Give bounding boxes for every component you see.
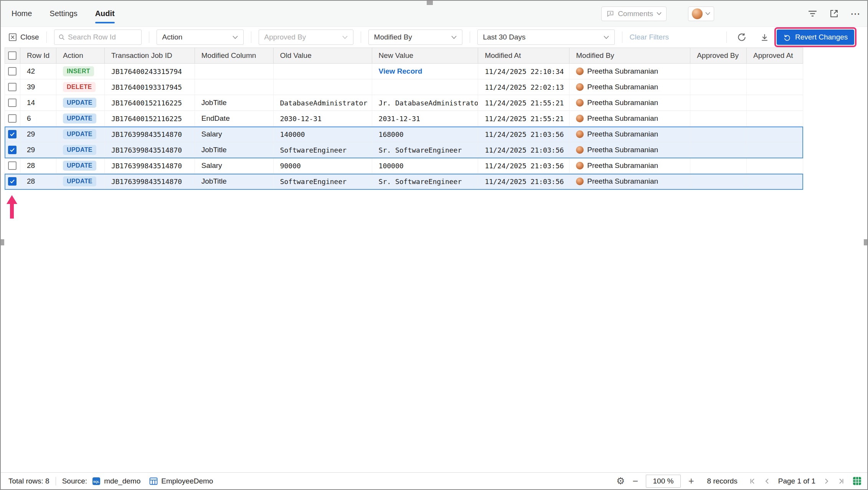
first-page-icon[interactable] bbox=[749, 478, 756, 485]
approved-by-cell bbox=[690, 111, 747, 126]
column-header-modified-at[interactable]: Modified At bbox=[478, 48, 569, 63]
divider bbox=[251, 31, 251, 43]
tab-home[interactable]: Home bbox=[12, 1, 32, 27]
row-checkbox[interactable] bbox=[8, 67, 17, 76]
user-avatar-icon bbox=[576, 178, 584, 185]
audit-table: Row Id Action Transaction Job ID Modifie… bbox=[5, 48, 803, 189]
column-header-old-value[interactable]: Old Value bbox=[274, 48, 372, 63]
spreadsheet-icon[interactable] bbox=[852, 476, 862, 486]
user-menu-button[interactable] bbox=[688, 7, 714, 21]
app-window: Home Settings Audit Comments bbox=[0, 0, 868, 490]
view-record-link[interactable]: View Record bbox=[379, 67, 422, 76]
chevron-down-icon bbox=[342, 36, 348, 39]
row-select-cell bbox=[5, 79, 20, 95]
new-value-cell bbox=[372, 79, 479, 95]
action-cell: UPDATE bbox=[56, 127, 105, 142]
new-value-cell: 100000 bbox=[372, 158, 479, 173]
row-checkbox[interactable] bbox=[8, 146, 17, 154]
refresh-icon[interactable] bbox=[735, 31, 748, 44]
column-header-row-id[interactable]: Row Id bbox=[20, 48, 56, 63]
transaction-job-id-cell: JB176400243315794 bbox=[105, 64, 195, 79]
action-filter-dropdown[interactable]: Action bbox=[157, 30, 244, 45]
action-badge: UPDATE bbox=[63, 98, 96, 108]
select-all-checkbox[interactable] bbox=[8, 51, 17, 60]
revert-changes-button[interactable]: Revert Changes bbox=[777, 30, 854, 45]
column-header-transaction-job-id[interactable]: Transaction Job ID bbox=[105, 48, 195, 63]
column-header-approved-by[interactable]: Approved By bbox=[690, 48, 747, 63]
settings-gear-icon[interactable]: ⚙ bbox=[616, 476, 625, 486]
approved-at-cell bbox=[747, 127, 803, 142]
action-badge: UPDATE bbox=[63, 145, 96, 155]
date-range-filter-dropdown[interactable]: Last 30 Days bbox=[477, 30, 615, 45]
approved-by-cell bbox=[690, 95, 747, 110]
action-badge: UPDATE bbox=[63, 129, 96, 139]
row-checkbox[interactable] bbox=[8, 114, 17, 123]
total-rows-label: Total rows: 8 bbox=[8, 477, 50, 485]
approved-at-cell bbox=[747, 64, 803, 79]
table-row[interactable]: 39DELETEJB17640019331794511/24/2025 22:0… bbox=[5, 79, 803, 95]
table-row[interactable]: 29UPDATEJB176399843514870JobTitleSoftwar… bbox=[5, 142, 803, 158]
clear-filters-link[interactable]: Clear Filters bbox=[630, 33, 669, 41]
table-row[interactable]: 29UPDATEJB176399843514870Salary140000168… bbox=[5, 127, 803, 142]
approved-by-filter-dropdown[interactable]: Approved By bbox=[259, 30, 353, 45]
table-row[interactable]: 28UPDATEJB176399843514870JobTitleSoftwar… bbox=[5, 174, 803, 189]
modified-by-filter-dropdown[interactable]: Modified By bbox=[368, 30, 462, 45]
database-name[interactable]: mde_demo bbox=[104, 477, 140, 485]
old-value-cell: DatabaseAdministrator bbox=[274, 95, 372, 110]
open-in-new-window-icon[interactable] bbox=[829, 9, 839, 18]
revert-changes-label: Revert Changes bbox=[795, 33, 848, 41]
column-header-action[interactable]: Action bbox=[56, 48, 105, 63]
table-row[interactable]: 28UPDATEJB176399843514870Salary900001000… bbox=[5, 158, 803, 174]
chevron-down-icon bbox=[705, 12, 710, 15]
status-bar-right: ⚙ − 100 % + 8 records Page 1 of 1 bbox=[616, 475, 862, 488]
table-name[interactable]: EmployeeDemo bbox=[161, 477, 213, 485]
row-checkbox[interactable] bbox=[8, 99, 17, 107]
column-header-new-value[interactable]: New Value bbox=[372, 48, 479, 63]
divider bbox=[46, 31, 47, 43]
column-header-modified-by[interactable]: Modified By bbox=[569, 48, 690, 63]
table-row[interactable]: 6UPDATEJB176400152116225EndDate2030-12-3… bbox=[5, 111, 803, 127]
table-row[interactable]: 14UPDATEJB176400152116225JobTitleDatabas… bbox=[5, 95, 803, 111]
modified-column-cell: JobTitle bbox=[195, 174, 274, 189]
row-checkbox[interactable] bbox=[8, 83, 17, 91]
more-options-icon[interactable]: ⋯ bbox=[850, 9, 860, 19]
last-page-icon[interactable] bbox=[838, 478, 845, 485]
previous-page-icon[interactable] bbox=[764, 478, 771, 485]
sql-database-icon: SQL bbox=[92, 477, 101, 486]
tab-settings[interactable]: Settings bbox=[50, 1, 77, 27]
approved-by-cell bbox=[690, 64, 747, 79]
modified-at-cell: 11/24/2025 21:03:56 bbox=[478, 142, 569, 158]
tab-audit[interactable]: Audit bbox=[95, 1, 115, 27]
download-icon[interactable] bbox=[758, 31, 771, 44]
annotation-arrow-up-icon bbox=[5, 195, 18, 219]
user-avatar-icon bbox=[576, 130, 584, 138]
row-checkbox[interactable] bbox=[8, 161, 17, 170]
select-all-cell bbox=[5, 48, 20, 63]
next-page-icon[interactable] bbox=[823, 478, 830, 485]
new-value-cell: View Record bbox=[372, 64, 479, 79]
zoom-in-icon[interactable]: + bbox=[688, 476, 694, 486]
comment-bubble-icon bbox=[606, 10, 614, 18]
row-checkbox[interactable] bbox=[8, 130, 17, 138]
svg-text:SQL: SQL bbox=[93, 480, 100, 483]
zoom-level-input[interactable]: 100 % bbox=[646, 475, 681, 488]
old-value-cell: 2030-12-31 bbox=[274, 111, 372, 126]
filter-lines-icon[interactable] bbox=[807, 9, 818, 18]
row-checkbox[interactable] bbox=[8, 177, 17, 186]
divider bbox=[726, 31, 727, 43]
status-bar: Total rows: 8 Source: SQL mde_demo Emplo… bbox=[1, 472, 867, 489]
zoom-out-icon[interactable]: − bbox=[632, 476, 638, 486]
undo-icon bbox=[783, 33, 791, 41]
search-row-id-input[interactable] bbox=[68, 33, 137, 41]
modified-by-name: Preetha Subramanian bbox=[587, 146, 658, 154]
user-avatar-icon bbox=[576, 146, 584, 154]
action-cell: UPDATE bbox=[56, 95, 105, 110]
column-header-modified-column[interactable]: Modified Column bbox=[195, 48, 274, 63]
action-badge: INSERT bbox=[63, 66, 94, 76]
close-button[interactable]: Close bbox=[8, 33, 39, 41]
approved-by-cell bbox=[690, 158, 747, 173]
comments-button[interactable]: Comments bbox=[601, 7, 667, 21]
table-row[interactable]: 42INSERTJB176400243315794View Record11/2… bbox=[5, 64, 803, 79]
column-header-approved-at[interactable]: Approved At bbox=[747, 48, 803, 63]
action-badge: DELETE bbox=[63, 82, 96, 92]
